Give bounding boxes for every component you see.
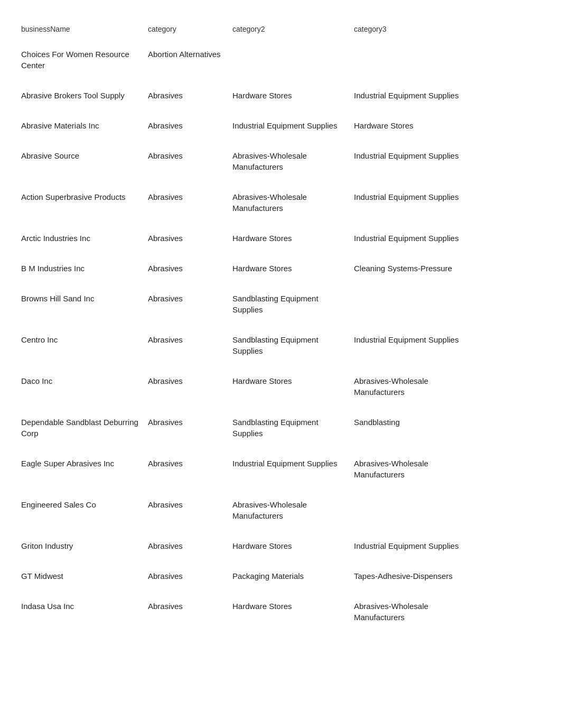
business-name-cell: Dependable Sandblast Deburring Corp <box>21 417 148 439</box>
business-name-cell: Centro Inc <box>21 334 148 345</box>
table-row: Dependable Sandblast Deburring CorpAbras… <box>21 407 540 448</box>
category-cell: Abrasives <box>148 120 232 131</box>
table-row: Browns Hill Sand IncAbrasivesSandblastin… <box>21 283 540 325</box>
table-row: Choices For Women Resource CenterAbortio… <box>21 39 540 80</box>
table-row: Centro IncAbrasivesSandblasting Equipmen… <box>21 325 540 366</box>
category2-cell: Industrial Equipment Supplies <box>232 120 354 131</box>
category2-cell: Hardware Stores <box>232 263 354 274</box>
category-cell: Abortion Alternatives <box>148 49 232 60</box>
category3-cell: Cleaning Systems-Pressure <box>354 263 470 274</box>
category3-cell: Abrasives-Wholesale Manufacturers <box>354 601 470 623</box>
table-row: Indasa Usa IncAbrasivesHardware StoresAb… <box>21 591 540 632</box>
category3-cell: Industrial Equipment Supplies <box>354 191 470 202</box>
category3-cell: Industrial Equipment Supplies <box>354 334 470 345</box>
business-name-cell: GT Midwest <box>21 570 148 582</box>
category3-cell: Industrial Equipment Supplies <box>354 150 470 161</box>
category3-cell: Abrasives-Wholesale Manufacturers <box>354 458 470 480</box>
category-cell: Abrasives <box>148 263 232 274</box>
category2-cell: Hardware Stores <box>232 375 354 386</box>
category3-cell: Tapes-Adhesive-Dispensers <box>354 570 470 582</box>
business-name-cell: Engineered Sales Co <box>21 499 148 510</box>
category3-cell: Industrial Equipment Supplies <box>354 540 470 551</box>
table-row: GT MidwestAbrasivesPackaging MaterialsTa… <box>21 561 540 591</box>
category2-cell: Hardware Stores <box>232 233 354 244</box>
table-row: Engineered Sales CoAbrasivesAbrasives-Wh… <box>21 490 540 531</box>
table-row: Arctic Industries IncAbrasivesHardware S… <box>21 223 540 253</box>
business-name-cell: Eagle Super Abrasives Inc <box>21 458 148 469</box>
business-name-cell: Griton Industry <box>21 540 148 551</box>
table-row: Daco IncAbrasivesHardware StoresAbrasive… <box>21 366 540 407</box>
header-category2: category2 <box>232 24 354 35</box>
business-name-cell: Abrasive Source <box>21 150 148 161</box>
category2-cell: Sandblasting Equipment Supplies <box>232 334 354 356</box>
business-name-cell: B M Industries Inc <box>21 263 148 274</box>
business-name-cell: Abrasive Brokers Tool Supply <box>21 90 148 101</box>
category-cell: Abrasives <box>148 375 232 386</box>
category3-cell: Hardware Stores <box>354 120 470 131</box>
category-cell: Abrasives <box>148 458 232 469</box>
table-header: businessName category category2 category… <box>21 21 540 39</box>
business-name-cell: Action Superbrasive Products <box>21 191 148 202</box>
table-row: B M Industries IncAbrasivesHardware Stor… <box>21 253 540 283</box>
category2-cell: Hardware Stores <box>232 601 354 612</box>
category2-cell: Industrial Equipment Supplies <box>232 458 354 469</box>
business-name-cell: Abrasive Materials Inc <box>21 120 148 131</box>
business-name-cell: Arctic Industries Inc <box>21 233 148 244</box>
category-cell: Abrasives <box>148 601 232 612</box>
category-cell: Abrasives <box>148 150 232 161</box>
category2-cell: Packaging Materials <box>232 570 354 582</box>
category-cell: Abrasives <box>148 90 232 101</box>
business-name-cell: Browns Hill Sand Inc <box>21 293 148 304</box>
header-business-name: businessName <box>21 24 148 35</box>
header-category3: category3 <box>354 24 470 35</box>
category2-cell: Hardware Stores <box>232 90 354 101</box>
table-row: Griton IndustryAbrasivesHardware StoresI… <box>21 531 540 561</box>
category3-cell: Industrial Equipment Supplies <box>354 233 470 244</box>
category2-cell: Abrasives-Wholesale Manufacturers <box>232 499 354 521</box>
category3-cell: Abrasives-Wholesale Manufacturers <box>354 375 470 398</box>
table-row: Action Superbrasive ProductsAbrasivesAbr… <box>21 182 540 223</box>
table-body: Choices For Women Resource CenterAbortio… <box>21 39 540 632</box>
category-cell: Abrasives <box>148 499 232 510</box>
category-cell: Abrasives <box>148 570 232 582</box>
business-name-cell: Choices For Women Resource Center <box>21 49 148 71</box>
table-row: Abrasive SourceAbrasivesAbrasives-Wholes… <box>21 141 540 182</box>
table-row: Abrasive Brokers Tool SupplyAbrasivesHar… <box>21 80 540 110</box>
category2-cell: Sandblasting Equipment Supplies <box>232 293 354 315</box>
category2-cell: Sandblasting Equipment Supplies <box>232 417 354 439</box>
category2-cell: Abrasives-Wholesale Manufacturers <box>232 191 354 214</box>
business-name-cell: Daco Inc <box>21 375 148 386</box>
category3-cell: Sandblasting <box>354 417 470 428</box>
category2-cell: Abrasives-Wholesale Manufacturers <box>232 150 354 172</box>
data-table: businessName category category2 category… <box>21 21 540 632</box>
business-name-cell: Indasa Usa Inc <box>21 601 148 612</box>
category-cell: Abrasives <box>148 334 232 345</box>
category3-cell: Industrial Equipment Supplies <box>354 90 470 101</box>
table-row: Eagle Super Abrasives IncAbrasivesIndust… <box>21 448 540 490</box>
category-cell: Abrasives <box>148 191 232 202</box>
category-cell: Abrasives <box>148 540 232 551</box>
header-category: category <box>148 24 232 35</box>
category2-cell: Hardware Stores <box>232 540 354 551</box>
category-cell: Abrasives <box>148 233 232 244</box>
category-cell: Abrasives <box>148 417 232 428</box>
table-row: Abrasive Materials IncAbrasivesIndustria… <box>21 110 540 141</box>
category-cell: Abrasives <box>148 293 232 304</box>
